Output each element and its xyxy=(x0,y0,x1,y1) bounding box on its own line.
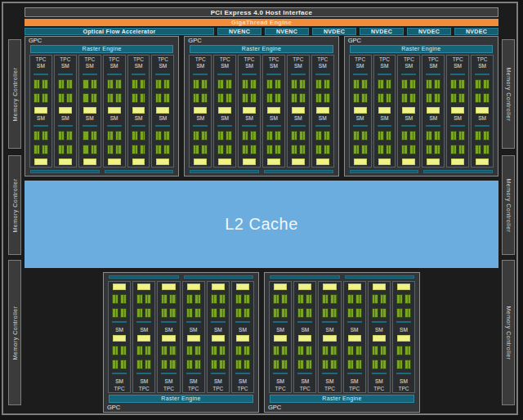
green-unit-cell xyxy=(405,360,411,369)
green-unit-cell xyxy=(266,145,273,154)
gpc-foot xyxy=(270,275,414,279)
yellow-unit-bar xyxy=(402,159,415,165)
sm-block: SM xyxy=(376,115,394,168)
green-units-row xyxy=(450,145,465,154)
sm-label: SM xyxy=(425,115,441,122)
green-unit-cell xyxy=(42,79,48,89)
green-unit-cell xyxy=(169,360,176,369)
green-unit-cell xyxy=(250,145,257,154)
tpc-label: TPC xyxy=(395,385,413,392)
green-unit-cell xyxy=(140,93,146,103)
green-unit-cell xyxy=(58,131,65,141)
green-units-row xyxy=(291,93,306,103)
sm-block: SM xyxy=(105,115,123,168)
tpc-block: TPCSMSM xyxy=(29,55,52,168)
green-units-row xyxy=(112,294,127,304)
green-unit-cell xyxy=(250,131,257,141)
sm-label: SM xyxy=(33,115,49,122)
green-units-row xyxy=(273,308,288,318)
sm-block: SM xyxy=(376,63,394,115)
green-units-row xyxy=(475,145,489,154)
green-unit-cell xyxy=(163,93,170,103)
green-unit-cell xyxy=(226,79,232,89)
green-unit-cell xyxy=(242,131,248,141)
green-unit-cell xyxy=(315,131,322,141)
sm-block: SM xyxy=(185,333,203,385)
thin-teal-strip xyxy=(297,321,312,323)
green-unit-cell xyxy=(324,131,330,141)
gigathread-engine-bar: GigaThread Engine xyxy=(25,19,498,26)
green-unit-cell xyxy=(140,145,146,154)
sm-label: SM xyxy=(154,63,171,69)
sm-block: SM xyxy=(240,63,258,115)
sm-block: SM xyxy=(395,333,413,385)
green-units-row xyxy=(107,145,122,154)
nvdec-label: NVDEC xyxy=(466,29,487,34)
green-units-row xyxy=(401,93,416,103)
green-units-row xyxy=(34,79,48,89)
gpc-foot xyxy=(350,170,493,173)
green-unit-cell xyxy=(244,308,250,318)
green-unit-cell xyxy=(426,145,432,154)
sm-block: SM xyxy=(135,333,153,385)
green-unit-cell xyxy=(434,131,440,141)
green-unit-cell xyxy=(434,79,440,89)
green-unit-cell xyxy=(193,131,199,141)
green-unit-cell xyxy=(281,308,288,318)
green-unit-cell xyxy=(155,93,162,103)
green-unit-cell xyxy=(281,346,288,355)
yellow-unit-bar xyxy=(194,159,207,165)
green-unit-cell xyxy=(483,131,489,141)
sm-label: SM xyxy=(352,63,369,69)
memory-controller-left: Memory Controller xyxy=(8,39,21,149)
green-unit-cell xyxy=(161,360,168,369)
green-unit-cell xyxy=(235,308,242,318)
yellow-unit-bar xyxy=(298,284,311,290)
yellow-unit-bar xyxy=(34,107,47,114)
tpc-block: TPCSMSM xyxy=(311,55,334,168)
gpc-foot-strip xyxy=(190,170,259,173)
l2-cache-label: L2 Cache xyxy=(225,215,298,234)
nvenc-block: NVENC xyxy=(217,28,262,35)
green-units-row xyxy=(347,346,362,355)
green-units-row xyxy=(136,308,151,318)
green-units-row xyxy=(34,131,48,141)
green-unit-cell xyxy=(217,79,224,89)
green-units-row xyxy=(217,93,232,103)
green-unit-cell xyxy=(355,346,362,355)
tpc-block: SMSMTPC xyxy=(368,281,391,393)
green-unit-cell xyxy=(219,294,226,304)
gpc-foot-strip xyxy=(350,170,419,173)
thin-teal-strip xyxy=(132,125,146,127)
memory-controller-label: Memory Controller xyxy=(12,178,18,232)
green-unit-cell xyxy=(244,346,250,355)
tpc-block: TPCSMSM xyxy=(151,55,174,168)
green-units-row xyxy=(266,93,281,103)
green-unit-cell xyxy=(324,145,330,154)
green-unit-cell xyxy=(353,131,360,141)
yellow-unit-bar xyxy=(113,335,126,342)
thin-teal-strip xyxy=(291,74,306,75)
green-units-row xyxy=(132,145,146,154)
sm-block: SM xyxy=(130,115,148,168)
sm-label: SM xyxy=(346,378,363,385)
raster-engine-bar: Raster Engine xyxy=(109,395,253,403)
green-unit-cell xyxy=(186,294,193,304)
sm-block: SM xyxy=(346,333,364,385)
thin-teal-strip xyxy=(58,125,73,127)
green-unit-cell xyxy=(275,145,281,154)
green-unit-cell xyxy=(355,294,362,304)
green-units-row xyxy=(396,308,411,318)
green-unit-cell xyxy=(201,79,208,89)
green-units-row xyxy=(450,93,465,103)
green-unit-cell xyxy=(112,346,118,355)
sm-block: SM xyxy=(265,63,283,115)
yellow-unit-bar xyxy=(59,159,72,165)
green-unit-cell xyxy=(386,79,392,89)
gpc-label: GPC xyxy=(345,37,498,45)
green-unit-cell xyxy=(34,145,40,154)
thin-teal-strip xyxy=(136,321,151,323)
green-unit-cell xyxy=(132,145,138,154)
sm-block: SM xyxy=(185,282,203,333)
green-unit-cell xyxy=(330,360,337,369)
